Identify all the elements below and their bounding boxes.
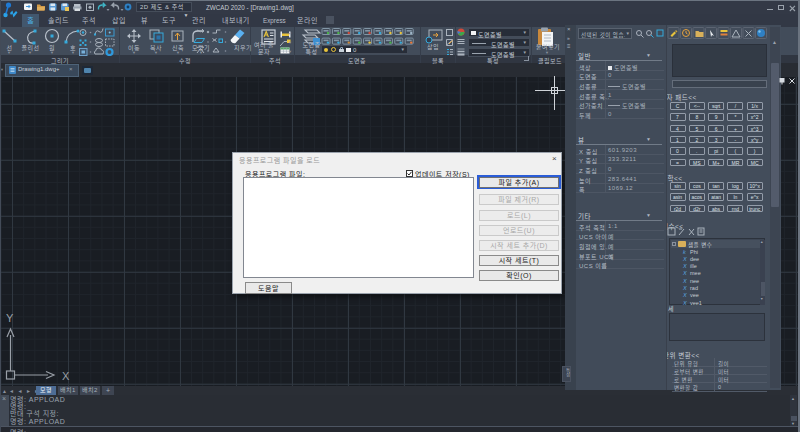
svg-text:Y: Y: [6, 312, 14, 324]
svg-text:X: X: [62, 370, 70, 382]
